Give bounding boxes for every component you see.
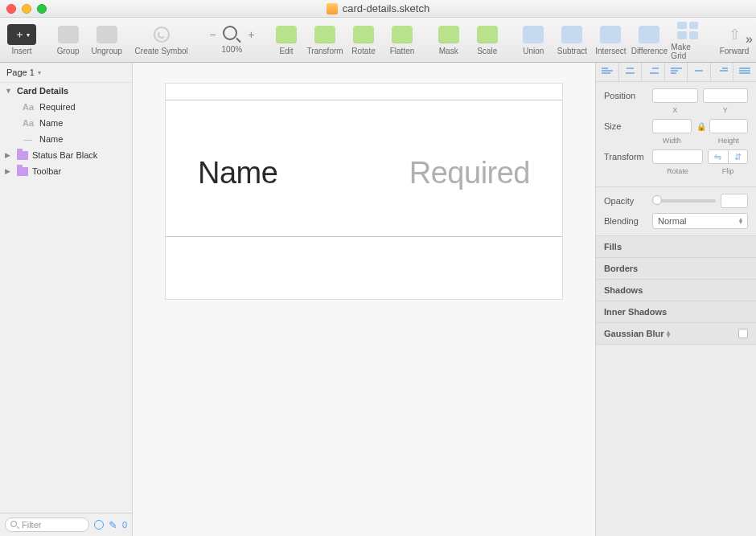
slider-thumb-icon[interactable]: [652, 195, 662, 205]
rotate-icon: [353, 26, 374, 43]
position-label: Position: [604, 91, 647, 100]
union-icon: [523, 26, 544, 43]
opacity-input[interactable]: [721, 194, 748, 208]
divider-line: [166, 236, 562, 237]
union-button[interactable]: Union: [516, 24, 550, 55]
shadows-section[interactable]: Shadows: [596, 280, 756, 301]
fills-section[interactable]: Fills: [596, 236, 756, 258]
zoom-control[interactable]: − + 100%: [207, 26, 257, 54]
flip-sublabel: Flip: [708, 167, 748, 175]
artboard-card-details[interactable]: Name Required: [165, 83, 563, 300]
transform-icon: [314, 26, 335, 43]
folder-icon: [17, 167, 28, 176]
opacity-label: Opacity: [604, 196, 647, 206]
opacity-slider[interactable]: [652, 199, 716, 203]
toolbar-overflow-icon[interactable]: »: [746, 32, 753, 47]
disclosure-closed-icon[interactable]: ▶: [5, 151, 13, 159]
y-input[interactable]: [703, 88, 749, 103]
edit-filter-icon[interactable]: ✎: [109, 519, 117, 531]
layer-required[interactable]: Aa Required: [0, 99, 132, 115]
ungroup-icon: [97, 26, 117, 43]
gaussian-blur-section[interactable]: Gaussian Blur ▴▾: [596, 323, 756, 345]
width-sublabel: Width: [652, 137, 692, 145]
align-bottom-button[interactable]: [711, 63, 734, 81]
borders-section[interactable]: Borders: [596, 258, 756, 280]
layer-status-bar[interactable]: ▶ Status Bar Black: [0, 147, 132, 163]
mask-button[interactable]: Mask: [432, 24, 466, 55]
alignment-controls: [596, 63, 756, 82]
layer-name-text[interactable]: Aa Name: [0, 115, 132, 131]
distribute-button[interactable]: [733, 63, 756, 81]
insert-button[interactable]: ＋▾ Insert: [5, 24, 39, 55]
subtract-icon: [561, 26, 582, 43]
difference-button[interactable]: Difference: [632, 24, 666, 55]
folder-icon: [17, 151, 28, 160]
layer-artboard[interactable]: ▼ Card Details: [0, 83, 132, 99]
align-right-button[interactable]: [642, 63, 665, 81]
blending-label: Blending: [604, 216, 647, 226]
layer-label: Card Details: [17, 86, 68, 96]
intersect-button[interactable]: Intersect: [594, 24, 627, 55]
filter-input[interactable]: Filter: [5, 518, 89, 532]
inner-shadows-section[interactable]: Inner Shadows: [596, 301, 756, 323]
edit-button[interactable]: Edit: [269, 24, 303, 55]
flip-v-icon[interactable]: ⇵: [729, 150, 748, 163]
layer-name-shape[interactable]: — Name: [0, 131, 132, 147]
disclosure-open-icon[interactable]: ▼: [5, 87, 13, 95]
align-center-h-button[interactable]: [619, 63, 643, 81]
canvas[interactable]: Name Required: [133, 63, 595, 536]
subtract-button[interactable]: Subtract: [555, 24, 589, 55]
layer-toolbar[interactable]: ▶ Toolbar: [0, 163, 132, 179]
align-center-v-button[interactable]: [688, 63, 711, 81]
blur-checkbox[interactable]: [738, 329, 748, 338]
blending-value: Normal: [658, 216, 686, 226]
document-icon: [327, 3, 338, 14]
layer-label: Status Bar Black: [32, 150, 97, 160]
titlebar: card-details.sketch: [0, 0, 756, 18]
stepper-icon[interactable]: ▴▾: [667, 331, 670, 338]
align-top-button[interactable]: [665, 63, 688, 81]
transform-label: Transform: [604, 152, 647, 162]
ungroup-button[interactable]: Ungroup: [90, 24, 124, 55]
transform-button[interactable]: Transform: [308, 24, 342, 55]
shape-layer-icon: —: [21, 134, 35, 144]
magnify-icon[interactable]: [223, 26, 240, 43]
text-layer-icon: Aa: [21, 118, 35, 128]
zoom-out-button[interactable]: −: [207, 28, 218, 41]
height-sublabel: Height: [709, 137, 749, 145]
flip-h-icon[interactable]: ⇋: [709, 150, 729, 163]
filter-toggle-icon[interactable]: [94, 520, 104, 530]
difference-icon: [639, 26, 659, 43]
canvas-name-text[interactable]: Name: [198, 156, 277, 190]
rotate-button[interactable]: Rotate: [347, 24, 380, 55]
divider-line: [166, 100, 562, 100]
toolbar: ＋▾ Insert Group Ungroup Create Symbol − …: [0, 18, 756, 63]
blending-select[interactable]: Normal ▴▾: [652, 213, 748, 229]
scale-button[interactable]: Scale: [470, 24, 504, 55]
group-button[interactable]: Group: [51, 24, 85, 55]
align-left-button[interactable]: [596, 63, 619, 81]
zoom-in-button[interactable]: +: [245, 28, 257, 41]
layer-label: Required: [39, 102, 76, 112]
rotate-input[interactable]: [652, 149, 703, 164]
flip-buttons[interactable]: ⇋⇵: [708, 149, 748, 164]
rotate-sublabel: Rotate: [652, 167, 703, 175]
pages-dropdown[interactable]: Page 1 ▾: [0, 63, 132, 83]
y-sublabel: Y: [703, 106, 749, 114]
scale-icon: [477, 26, 498, 43]
flatten-icon: [392, 26, 413, 43]
lock-icon[interactable]: 🔒: [696, 122, 705, 131]
height-input[interactable]: [709, 119, 749, 133]
x-sublabel: X: [652, 106, 698, 114]
canvas-required-text[interactable]: Required: [409, 156, 530, 190]
width-input[interactable]: [652, 119, 692, 133]
x-input[interactable]: [652, 88, 698, 103]
zoom-value: 100%: [222, 45, 243, 54]
disclosure-closed-icon[interactable]: ▶: [5, 167, 13, 175]
create-symbol-button[interactable]: Create Symbol: [129, 24, 195, 55]
flatten-button[interactable]: Flatten: [385, 24, 419, 55]
intersect-icon: [600, 26, 621, 43]
chevron-down-icon: ▾: [38, 69, 41, 76]
make-grid-button[interactable]: Make Grid: [671, 20, 705, 60]
window-title-text: card-details.sketch: [343, 2, 429, 14]
